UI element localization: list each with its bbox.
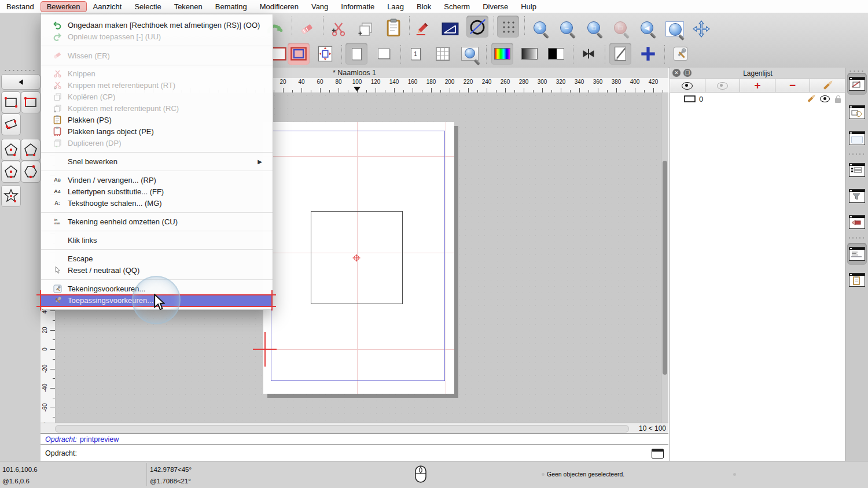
page-portrait-button[interactable] bbox=[345, 43, 367, 65]
menu-vang[interactable]: Vang bbox=[305, 1, 334, 12]
ruler-label: 20 bbox=[275, 79, 291, 85]
polygon-center-side-tool[interactable] bbox=[1, 161, 21, 183]
zoom-out-button[interactable]: − bbox=[557, 18, 579, 40]
canvas-vertical-scrollbar[interactable] bbox=[661, 93, 668, 423]
page-landscape-button[interactable] bbox=[373, 43, 395, 65]
draft-mode-button[interactable] bbox=[578, 43, 599, 65]
circle-tangent-button[interactable] bbox=[466, 16, 488, 38]
edit-paper-button[interactable] bbox=[609, 43, 631, 65]
menu-laag[interactable]: Laag bbox=[381, 1, 410, 12]
zoom-auto-button[interactable]: ⬚ bbox=[584, 18, 606, 40]
ruler-label: 400 bbox=[627, 79, 643, 85]
menu-modificeren[interactable]: Modificeren bbox=[253, 1, 305, 12]
menu-item-dupliceren[interactable]: Dupliceren (DP) bbox=[45, 137, 269, 149]
dock-handle[interactable] bbox=[848, 70, 866, 72]
menu-item-eenheid-omzetten[interactable]: inmm Tekening eenheid omzetten (CU) bbox=[45, 216, 269, 227]
menu-item-kopieren-ref[interactable]: Kopiëren met referentiepunt (RC) bbox=[45, 102, 269, 114]
panel-handle[interactable] bbox=[3, 69, 37, 72]
float-panel-icon[interactable]: ❐ bbox=[683, 69, 692, 77]
dock-entity-list-button[interactable] bbox=[847, 159, 867, 181]
zoom-in-button[interactable]: + bbox=[530, 18, 552, 40]
menu-item-redo[interactable]: Opnieuw toepassen [-] (UU) bbox=[45, 31, 269, 42]
copy-button[interactable] bbox=[355, 18, 377, 40]
distance-tool-button[interactable] bbox=[439, 18, 461, 40]
menu-item-escape[interactable]: Escape bbox=[45, 253, 269, 264]
edit-layer-button[interactable] bbox=[810, 79, 845, 93]
draw-pencil-button[interactable] bbox=[412, 18, 434, 40]
polygon-center-corner-tool[interactable] bbox=[1, 139, 21, 161]
menu-item-knippen-ref[interactable]: Knippen met referentiepunt (RT) bbox=[45, 79, 269, 91]
dock-selection-filter-button[interactable] bbox=[847, 185, 867, 207]
dock-layer-list-button[interactable] bbox=[847, 73, 867, 95]
erase-button[interactable] bbox=[296, 18, 318, 40]
cut-button[interactable] bbox=[328, 18, 350, 40]
canvas-horizontal-scrollbar[interactable] bbox=[55, 425, 629, 432]
layer-edit-icon[interactable] bbox=[807, 95, 814, 102]
dock-explode-button[interactable] bbox=[847, 211, 867, 233]
layer-visible-icon[interactable] bbox=[820, 95, 830, 102]
menu-bestand[interactable]: Bestand bbox=[0, 1, 41, 12]
rectangle-2corners-tool[interactable] bbox=[1, 91, 21, 113]
menu-item-label: Teksthoogte schalen... (MG) bbox=[68, 199, 162, 208]
close-icon[interactable]: ✕ bbox=[672, 69, 681, 77]
command-input[interactable] bbox=[77, 445, 668, 461]
scrollbar-thumb[interactable] bbox=[663, 161, 667, 375]
paste-button[interactable] bbox=[382, 17, 404, 39]
copy-icon bbox=[53, 92, 62, 101]
rectangle-size-tool[interactable] bbox=[21, 91, 41, 113]
menu-item-plakken-object[interactable]: Plakken langs object (PE) bbox=[45, 125, 269, 137]
menu-item-reset[interactable]: Reset / neutraal (QQ) bbox=[45, 264, 269, 276]
fit-arrows-button[interactable] bbox=[314, 43, 336, 65]
back-button[interactable] bbox=[1, 74, 41, 90]
menu-item-wissen[interactable]: Wissen (ER) bbox=[45, 50, 269, 61]
menu-bemating[interactable]: Bemating bbox=[209, 1, 253, 12]
dock-clipboard-button[interactable] bbox=[847, 269, 867, 291]
multi-page-button[interactable] bbox=[432, 43, 454, 65]
menu-item-klik-links[interactable]: Klik links bbox=[45, 234, 269, 246]
menu-item-kopieren[interactable]: Kopiëren (CP) bbox=[45, 91, 269, 102]
zoom-window-button[interactable] bbox=[664, 18, 686, 40]
menu-item-lettertypen[interactable]: AA Lettertypen substitutie... (FF) bbox=[45, 186, 269, 197]
blackwhite-mode-button[interactable] bbox=[545, 43, 567, 65]
menu-aanzicht[interactable]: Aanzicht bbox=[87, 1, 128, 12]
menu-blok[interactable]: Blok bbox=[410, 1, 437, 12]
polygon-2corners-tool[interactable] bbox=[21, 139, 41, 161]
show-all-layers-button[interactable] bbox=[670, 79, 705, 93]
menu-informatie[interactable]: Informatie bbox=[334, 1, 381, 12]
dock-command-widget-button[interactable] bbox=[847, 243, 867, 265]
menu-tekenen[interactable]: Tekenen bbox=[168, 1, 209, 12]
menu-item-snel-bewerken[interactable]: Snel bewerken ▶ bbox=[45, 156, 269, 167]
menu-diverse[interactable]: Diverse bbox=[476, 1, 514, 12]
remove-layer-button[interactable]: − bbox=[775, 79, 811, 93]
layer-lock-icon[interactable] bbox=[835, 98, 841, 103]
zoom-pan-button[interactable] bbox=[690, 18, 712, 40]
widget-options-button[interactable] bbox=[670, 43, 692, 65]
zoom-previous-button[interactable]: ◀ bbox=[637, 18, 659, 40]
menu-item-vinden[interactable]: AB Vinden / vervangen... (RP) bbox=[45, 174, 269, 186]
fit-page-button[interactable] bbox=[288, 43, 310, 65]
single-page-button[interactable]: 1 bbox=[404, 43, 426, 65]
dock-library-browser-button[interactable] bbox=[847, 127, 867, 149]
menu-item-plakken[interactable]: Plakken (PS) bbox=[45, 114, 269, 125]
command-window-icon[interactable] bbox=[652, 449, 664, 459]
menu-bewerken[interactable]: Bewerken bbox=[41, 1, 87, 12]
hide-all-layers-button[interactable] bbox=[705, 79, 741, 93]
grayscale-mode-button[interactable] bbox=[518, 43, 540, 65]
hexagon-tool[interactable] bbox=[21, 161, 41, 183]
menu-item-knippen[interactable]: Knippen bbox=[45, 68, 269, 79]
color-mode-button[interactable] bbox=[491, 43, 513, 65]
print-preview-button[interactable] bbox=[459, 43, 481, 65]
menu-scherm[interactable]: Scherm bbox=[437, 1, 476, 12]
layer-row[interactable]: 0 bbox=[670, 93, 845, 105]
snap-grid-button[interactable] bbox=[497, 16, 519, 38]
add-layer-button[interactable]: + bbox=[740, 79, 775, 93]
menu-item-teksthoogte[interactable]: A: Teksthoogte schalen... (MG) bbox=[45, 197, 269, 209]
menu-item-undo[interactable]: Ongedaan maken [Rechthoek met afmetingen… bbox=[45, 19, 269, 31]
menu-selectie[interactable]: Selectie bbox=[128, 1, 167, 12]
zoom-selection-button[interactable]: ⬚ bbox=[610, 18, 632, 40]
dock-block-list-button[interactable] bbox=[847, 101, 867, 123]
menu-hulp[interactable]: Hulp bbox=[514, 1, 543, 12]
rectangle-3points-tool[interactable] bbox=[1, 113, 21, 135]
star-tool[interactable] bbox=[1, 185, 21, 207]
crosshair-plus-button[interactable] bbox=[637, 43, 659, 65]
